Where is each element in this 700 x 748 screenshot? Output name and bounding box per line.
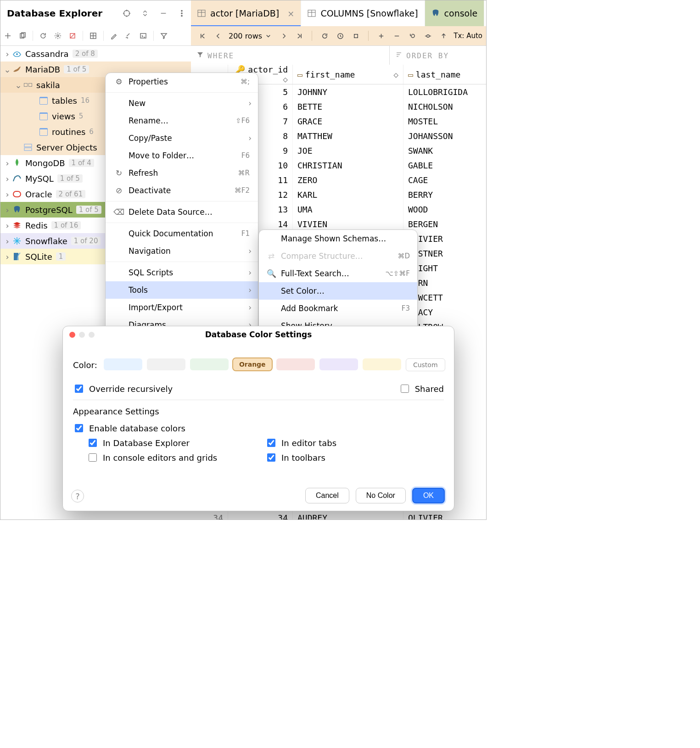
in-editor-tabs-checkbox[interactable]: In editor tabs <box>265 435 444 450</box>
menu-item-navigation[interactable]: Navigation <box>106 242 258 260</box>
table-row[interactable]: 3434AUDREYOLIVIER <box>191 510 487 520</box>
rows-dropdown-icon[interactable] <box>262 30 274 42</box>
rows-selector[interactable]: 200 rows <box>229 32 262 40</box>
folder-icon <box>39 96 48 105</box>
svg-point-26 <box>16 53 18 55</box>
color-swatch-blue[interactable] <box>104 358 142 370</box>
menu-item-import-export[interactable]: Import/Export <box>106 299 258 316</box>
table-icon <box>197 9 206 17</box>
folder-icon <box>39 112 48 121</box>
jump-to-source-icon[interactable] <box>122 29 135 42</box>
table-icon <box>308 9 316 17</box>
console-icon[interactable] <box>137 29 150 42</box>
color-swatch-red[interactable] <box>276 358 315 370</box>
snowflake-icon <box>12 236 22 246</box>
shared-checkbox[interactable]: Shared <box>399 381 444 396</box>
color-swatch-gray[interactable] <box>147 358 185 370</box>
sidebar-header: Database Explorer <box>0 0 191 27</box>
minimize-icon[interactable] <box>158 8 169 19</box>
tx-mode[interactable]: Tx: Auto <box>454 32 482 40</box>
menu-item-delete-data-source-[interactable]: ⌫Delete Data Source… <box>106 203 258 221</box>
tab-columns-snowflake-[interactable]: COLUMNS [Snowflake] <box>301 0 425 26</box>
edit-icon[interactable] <box>107 29 120 42</box>
color-custom-button[interactable]: Custom <box>406 358 445 371</box>
help-button[interactable]: ? <box>71 490 84 502</box>
tab-console[interactable]: console <box>425 0 485 26</box>
funnel-icon <box>196 51 204 60</box>
menu-item-refresh[interactable]: ↻Refresh⌘R <box>106 164 258 182</box>
menu-item-deactivate[interactable]: ⊘Deactivate⌘F2 <box>106 182 258 199</box>
svg-rect-39 <box>354 34 358 38</box>
menu-item-quick-documentation[interactable]: Quick DocumentationF1 <box>106 225 258 242</box>
prev-page-icon[interactable] <box>212 30 224 42</box>
submenu-item-add-bookmark[interactable]: Add BookmarkF3 <box>259 300 417 317</box>
schema-icon <box>23 80 33 89</box>
tab-actor-mariadb-[interactable]: actor [MariaDB]× <box>191 0 301 26</box>
next-page-icon[interactable] <box>278 30 290 42</box>
add-row-icon[interactable] <box>375 30 387 42</box>
no-color-button[interactable]: No Color <box>356 488 406 503</box>
menu-item-properties[interactable]: ⚙Properties⌘; <box>106 73 258 90</box>
clock-icon[interactable] <box>334 30 346 42</box>
table-view-icon[interactable] <box>87 29 100 42</box>
orderby-filter[interactable]: ORDER BY <box>390 46 486 65</box>
revert-icon[interactable] <box>406 30 418 42</box>
submenu-item-set-color-[interactable]: Set Color… <box>259 282 417 300</box>
add-datasource-button[interactable] <box>1 29 14 42</box>
window-controls[interactable] <box>69 332 95 338</box>
remove-row-icon[interactable] <box>391 30 403 42</box>
menu-item-copy-paste[interactable]: Copy/Paste <box>106 129 258 147</box>
tree-node-cassandra[interactable]: ›Cassandra2 of 8 <box>0 46 191 61</box>
svg-line-21 <box>70 33 75 38</box>
where-filter[interactable]: WHERE <box>191 46 390 65</box>
menu-item-tools[interactable]: Tools <box>106 281 258 299</box>
close-tab-icon[interactable]: × <box>287 9 294 18</box>
menu-item-move-to-folder-[interactable]: Move to Folder…F6 <box>106 147 258 164</box>
commit-icon[interactable] <box>422 30 434 42</box>
color-swatch-purple[interactable] <box>319 358 358 370</box>
target-icon[interactable] <box>121 8 132 19</box>
more-icon[interactable] <box>176 8 187 19</box>
arrow-icon: › <box>4 174 11 184</box>
folder-icon <box>39 127 48 136</box>
color-settings-dialog: Database Color Settings Color: Orange Cu… <box>62 326 454 511</box>
expand-collapse-icon[interactable] <box>140 8 151 19</box>
svg-rect-28 <box>24 148 32 151</box>
duplicate-icon[interactable] <box>16 29 29 42</box>
submit-icon[interactable] <box>437 30 449 42</box>
arrow-icon: › <box>4 205 11 215</box>
disconnect-button[interactable] <box>66 29 79 42</box>
filter-icon[interactable] <box>157 29 170 42</box>
menu-item-new[interactable]: New <box>106 95 258 112</box>
appearance-settings-heading: Appearance Settings <box>73 407 444 416</box>
col-first-name[interactable]: ▭first_name◇ <box>293 65 403 84</box>
oracle-icon <box>12 190 22 199</box>
reload-icon[interactable] <box>319 30 330 42</box>
override-recursively-checkbox[interactable]: Override recursively <box>73 381 173 396</box>
color-swatch-orange[interactable]: Orange <box>233 358 272 370</box>
menu-item-sql-scripts[interactable]: SQL Scripts <box>106 264 258 281</box>
color-swatch-green[interactable] <box>190 358 229 370</box>
arrow-icon: › <box>4 221 11 230</box>
first-page-icon[interactable] <box>196 30 208 42</box>
menu-item-rename-[interactable]: Rename…⇧F6 <box>106 112 258 129</box>
tools-submenu: Manage Shown Schemas…⇄Compare Structure…… <box>258 229 418 335</box>
cancel-button[interactable]: Cancel <box>305 488 349 503</box>
in-console-checkbox[interactable]: In console editors and grids <box>87 450 265 465</box>
stop-icon[interactable] <box>350 30 362 42</box>
enable-colors-checkbox[interactable]: Enable database colors <box>73 421 444 435</box>
mysql-icon <box>12 174 22 183</box>
color-swatch-yellow[interactable] <box>363 358 401 370</box>
editor-tabs: actor [MariaDB]×COLUMNS [Snowflake]conso… <box>191 0 486 27</box>
settings-icon[interactable] <box>51 29 64 42</box>
ok-button[interactable]: OK <box>412 488 445 503</box>
in-toolbars-checkbox[interactable]: In toolbars <box>265 450 444 465</box>
close-window-icon[interactable] <box>69 332 75 338</box>
refresh-button[interactable] <box>37 29 50 42</box>
last-page-icon[interactable] <box>293 30 305 42</box>
mariadb-icon <box>12 65 22 74</box>
submenu-item-full-text-search-[interactable]: 🔍Full-Text Search…⌥⇧⌘F <box>259 265 417 282</box>
in-explorer-checkbox[interactable]: In Database Explorer <box>87 435 265 450</box>
submenu-item-manage-shown-schemas-[interactable]: Manage Shown Schemas… <box>259 230 417 247</box>
col-last-name[interactable]: ▭last_name <box>403 65 487 84</box>
